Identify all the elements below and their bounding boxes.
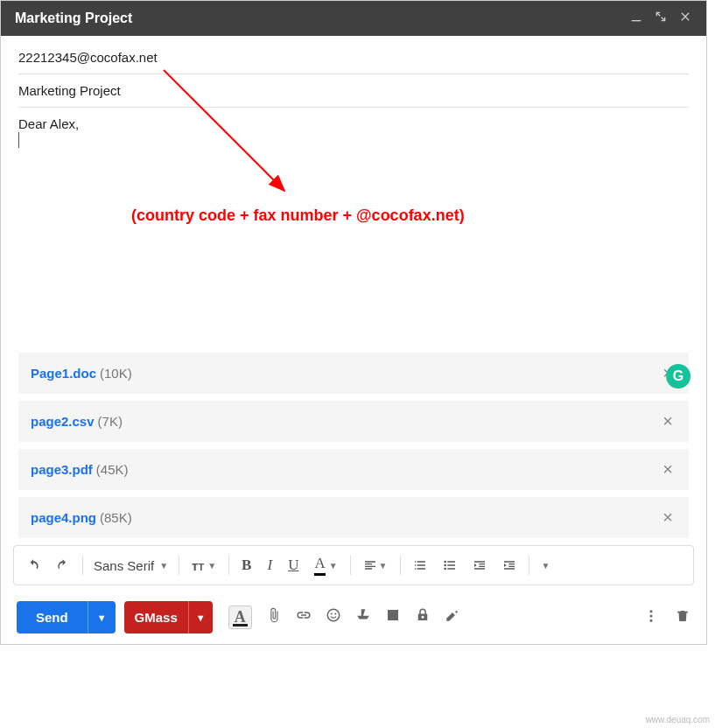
attachment-name[interactable]: page3.pdf <box>31 462 93 477</box>
send-button-group: Send ▼ <box>17 601 116 634</box>
insert-link-icon[interactable] <box>296 607 312 627</box>
compose-header: Marketing Project <box>1 1 706 36</box>
confidential-mode-icon[interactable] <box>415 607 431 627</box>
svg-point-3 <box>444 561 446 564</box>
grammarly-badge[interactable]: G <box>666 364 690 388</box>
body-cursor <box>18 131 689 148</box>
chevron-down-icon: ▼ <box>329 561 338 570</box>
watermark: www.deuaq.com <box>646 715 710 724</box>
discard-draft-icon[interactable] <box>675 608 690 627</box>
compose-right-icons <box>643 608 690 627</box>
attachment-item: page4.png (85K) × <box>18 497 689 538</box>
close-icon[interactable] <box>678 10 692 27</box>
attachment-size: (45K) <box>96 462 129 477</box>
gmass-button-group: GMass ▼ <box>124 601 213 634</box>
more-options-icon[interactable] <box>643 608 659 627</box>
text-color-button[interactable]: A ▼ <box>309 551 342 579</box>
chevron-down-icon: ▼ <box>542 561 550 570</box>
redo-button[interactable] <box>51 555 75 576</box>
indent-less-button[interactable] <box>467 555 492 576</box>
align-button[interactable]: ▼ <box>358 555 393 576</box>
compose-window: Marketing Project 22212345@cocofax.net M… <box>0 0 707 645</box>
gmass-button[interactable]: GMass <box>124 601 188 634</box>
svg-point-11 <box>650 619 653 621</box>
body-greeting: Dear Alex, <box>18 116 689 131</box>
insert-signature-icon[interactable] <box>445 607 460 627</box>
action-bar: Send ▼ GMass ▼ A <box>1 591 706 644</box>
compose-fields: 22212345@cocofax.net Marketing Project <box>1 36 706 108</box>
font-size-button[interactable]: тT ▼ <box>186 555 221 577</box>
numbered-list-button[interactable] <box>408 555 432 576</box>
expand-icon[interactable] <box>654 10 668 27</box>
chevron-down-icon: ▼ <box>379 561 388 570</box>
indent-more-button[interactable] <box>497 555 522 576</box>
attachment-item: page2.csv (7K) × <box>18 401 689 442</box>
attachment-size: (10K) <box>100 366 132 381</box>
attachment-name[interactable]: page4.png <box>31 510 96 525</box>
chevron-down-icon: ▼ <box>159 561 168 570</box>
underline-button[interactable]: U <box>283 553 304 578</box>
attachment-item: page3.pdf (45K) × <box>18 449 689 490</box>
undo-button[interactable] <box>21 555 46 576</box>
compose-action-icons: A <box>228 606 634 629</box>
attachment-name[interactable]: Page1.doc <box>31 366 96 381</box>
attachment-remove-icon[interactable]: × <box>659 508 676 528</box>
svg-point-4 <box>444 564 446 567</box>
svg-point-8 <box>334 613 336 615</box>
attach-file-icon[interactable] <box>266 607 282 627</box>
svg-point-10 <box>650 614 653 617</box>
compose-body[interactable]: Dear Alex, <box>1 108 706 353</box>
attachment-item: Page1.doc (10K) × <box>18 353 689 394</box>
attachment-remove-icon[interactable]: × <box>659 411 676 431</box>
compose-title: Marketing Project <box>15 10 629 26</box>
svg-point-5 <box>444 568 446 570</box>
formatting-options-icon[interactable]: A <box>228 606 252 629</box>
svg-point-6 <box>327 609 340 621</box>
minimize-icon[interactable] <box>629 10 643 27</box>
to-field[interactable]: 22212345@cocofax.net <box>18 41 689 74</box>
format-toolbar: Sans Serif ▼ тT ▼ B I U A ▼ ▼ <box>13 545 694 585</box>
svg-point-7 <box>330 613 332 615</box>
send-options-button[interactable]: ▼ <box>88 601 116 634</box>
send-button[interactable]: Send <box>17 601 88 634</box>
bullet-list-button[interactable] <box>438 555 462 576</box>
attachments-list: Page1.doc (10K) × page2.csv (7K) × page3… <box>1 353 706 538</box>
more-format-button[interactable]: ▼ <box>536 557 556 574</box>
insert-photo-icon[interactable] <box>385 607 401 627</box>
insert-emoji-icon[interactable] <box>326 607 341 627</box>
attachment-remove-icon[interactable]: × <box>659 459 676 480</box>
attachment-name[interactable]: page2.csv <box>31 414 95 429</box>
subject-field[interactable]: Marketing Project <box>18 74 689 108</box>
chevron-down-icon: ▼ <box>207 561 216 570</box>
gmass-options-button[interactable]: ▼ <box>188 601 213 634</box>
attachment-size: (7K) <box>98 414 123 429</box>
bold-button[interactable]: B <box>236 553 256 578</box>
italic-button[interactable]: I <box>262 553 277 578</box>
svg-point-9 <box>650 610 653 612</box>
insert-drive-icon[interactable] <box>355 607 371 627</box>
attachment-size: (85K) <box>100 510 132 525</box>
header-controls <box>629 10 692 27</box>
annotation-text: (country code + fax number + @cocofax.ne… <box>131 206 465 225</box>
font-select[interactable]: Sans Serif ▼ <box>90 558 172 573</box>
svg-rect-0 <box>632 20 641 21</box>
